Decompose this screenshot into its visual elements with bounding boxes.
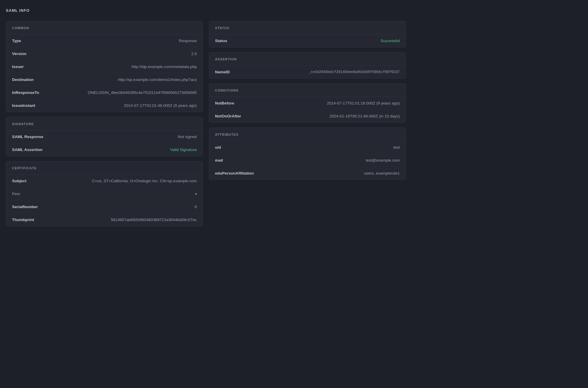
assertion-header: ASSERTION (209, 52, 406, 66)
table-row: Issuer http://idp.example.com/metadata.p… (6, 60, 203, 73)
certificate-card: CERTIFICATE Subject C=us, ST=California,… (6, 161, 203, 226)
table-row: SAML Response Not signed (6, 130, 203, 143)
table-row: eduPersonAffiliation users, examplerole1 (209, 167, 406, 180)
table-row: Thumbprint 5614657ab692b960480389723a364… (6, 213, 203, 226)
table-row: IssueInstant 2014-07-17T01:01:48.000Z (9… (6, 99, 203, 112)
signature-header: SIGNATURE (6, 117, 203, 130)
table-row: NameID _ce3d2948b4cf20146dee0a0b3dd6f69b… (209, 66, 406, 78)
table-row: uid test (209, 141, 406, 154)
table-row: Version 2.0 (6, 47, 203, 60)
chevron-down-icon: ▾ (195, 192, 197, 196)
page-title: SAML INFO (6, 6, 582, 15)
table-row: NotOnOrAfter 2024-01-18T06:21:48.000Z (i… (209, 110, 406, 122)
attributes-header: ATTRIBUTES (209, 128, 406, 141)
conditions-card: CONDITIONS NotBefore 2014-07-17T01:01:18… (209, 83, 406, 123)
table-row: Status Successful (209, 34, 406, 47)
table-row: mail test@example.com (209, 154, 406, 167)
assertion-card: ASSERTION NameID _ce3d2948b4cf20146dee0a… (209, 52, 406, 79)
table-row: SerialNumber 0 (6, 200, 203, 213)
certificate-header: CERTIFICATE (6, 161, 203, 175)
attributes-card: ATTRIBUTES uid test mail test@example.co… (209, 127, 406, 180)
table-row: Destination http://sp.example.com/demo1/… (6, 73, 203, 86)
table-row: InResponseTo ONELOGIN_4fee3b046395c4e751… (6, 86, 203, 99)
pem-toggle[interactable]: Pem ▾ (6, 188, 203, 200)
common-card: COMMON Type Response Version 2.0 Issuer … (6, 21, 203, 112)
table-row: Subject C=us, ST=California, O=Onelogin … (6, 175, 203, 188)
table-row: Type Response (6, 34, 203, 47)
status-header: STATUS (209, 21, 406, 34)
table-row: NotBefore 2014-07-17T01:01:18.000Z (9 ye… (209, 97, 406, 110)
signature-card: SIGNATURE SAML Response Not signed SAML … (6, 117, 203, 156)
table-row: SAML Assertion Valid Signature (6, 143, 203, 156)
status-card: STATUS Status Successful (209, 21, 406, 47)
conditions-header: CONDITIONS (209, 84, 406, 97)
common-header: COMMON (6, 21, 203, 34)
